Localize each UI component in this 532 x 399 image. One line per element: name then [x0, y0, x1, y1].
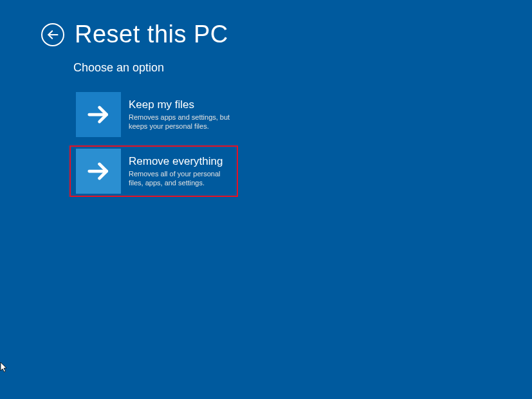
subtitle: Choose an option	[0, 48, 532, 75]
page-title: Reset this PC	[75, 21, 228, 48]
header: Reset this PC	[0, 0, 532, 48]
back-arrow-icon	[46, 28, 59, 41]
option-description: Removes apps and settings, but keeps you…	[129, 113, 232, 131]
option-remove-everything[interactable]: Remove everything Removes all of your pe…	[69, 145, 238, 197]
options-list: Keep my files Removes apps and settings,…	[0, 75, 532, 197]
arrow-right-icon	[76, 149, 121, 194]
option-text: Keep my files Removes apps and settings,…	[129, 98, 232, 131]
option-keep-my-files[interactable]: Keep my files Removes apps and settings,…	[69, 89, 238, 140]
option-title: Keep my files	[129, 98, 232, 111]
option-description: Removes all of your personal files, apps…	[129, 169, 232, 188]
option-text: Remove everything Removes all of your pe…	[129, 155, 232, 188]
back-button[interactable]	[41, 23, 64, 46]
arrow-right-icon	[76, 92, 121, 137]
option-title: Remove everything	[129, 155, 232, 168]
cursor-icon	[0, 362, 9, 373]
